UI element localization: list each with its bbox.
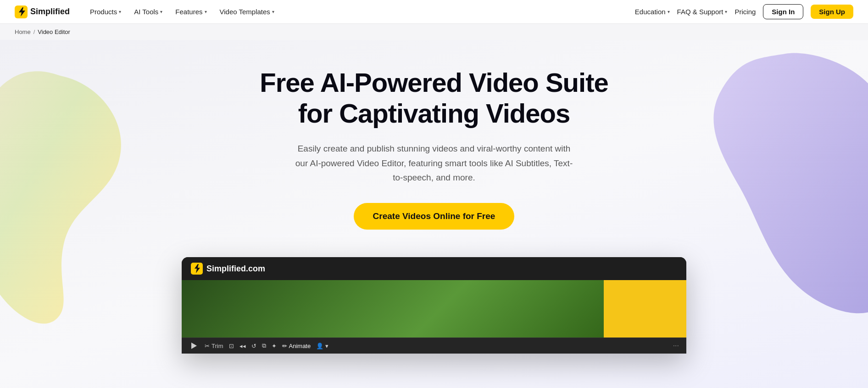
features-chevron-icon: ▾ (205, 9, 207, 14)
play-button[interactable] (189, 341, 199, 351)
logo-icon (15, 6, 28, 18)
nav-products[interactable]: Products ▾ (84, 5, 127, 18)
chevron-person-icon: ▾ (325, 343, 328, 349)
video-thumbnail (182, 280, 604, 337)
animate-icon: ✏ (282, 343, 287, 349)
breadcrumb-home[interactable]: Home (15, 28, 31, 35)
person-icon: 👤 (316, 343, 323, 349)
video-right-panel (604, 280, 686, 337)
trim-icon: ✂ (205, 343, 210, 349)
animate-button[interactable]: ✏ Animate (282, 343, 311, 349)
signin-button[interactable]: Sign In (763, 4, 803, 19)
align-button[interactable]: ✦ (272, 343, 277, 349)
nav-video-templates[interactable]: Video Templates ▾ (214, 5, 280, 18)
logo-link[interactable]: Simplified (15, 6, 70, 18)
products-chevron-icon: ▾ (119, 9, 121, 14)
more-options-button[interactable]: ··· (673, 342, 679, 350)
video-brand: Simplified.com (191, 263, 265, 275)
nav-items: Products ▾ AI Tools ▾ Features ▾ Video T… (84, 5, 635, 18)
nav-ai-tools[interactable]: AI Tools ▾ (128, 5, 168, 18)
video-templates-chevron-icon: ▾ (272, 9, 274, 14)
nav-pricing[interactable]: Pricing (734, 8, 756, 16)
video-preview: Simplified.com ✂ Trim (182, 257, 686, 354)
video-canvas (182, 280, 604, 337)
volume-button[interactable]: ◂◂ (239, 343, 246, 349)
blob-right-decoration (712, 49, 868, 315)
faq-chevron-icon: ▾ (725, 9, 727, 14)
breadcrumb-current: Video Editor (38, 28, 70, 35)
signup-button[interactable]: Sign Up (811, 5, 853, 19)
video-brand-logo-icon (191, 263, 203, 275)
nav-faq[interactable]: FAQ & Support ▾ (677, 8, 728, 16)
video-brand-name: Simplified.com (206, 264, 265, 274)
crop-icon: ⊡ (229, 343, 234, 349)
brand-name: Simplified (30, 7, 70, 17)
video-preview-topbar: Simplified.com (182, 257, 686, 280)
person-button[interactable]: 👤 ▾ (316, 343, 328, 349)
trim-button[interactable]: ✂ Trim (205, 343, 223, 349)
video-toolbar: ✂ Trim ⊡ ◂◂ ↺ ⧉ ✦ (182, 337, 686, 354)
layers-icon: ⧉ (262, 342, 266, 349)
cta-button[interactable]: Create Videos Online for Free (354, 203, 515, 230)
hero-title: Free AI-Powered Video Suite for Captivat… (246, 67, 622, 129)
education-chevron-icon: ▾ (668, 9, 670, 14)
hero-subtitle: Easily create and publish stunning video… (292, 141, 576, 185)
nav-right: Education ▾ FAQ & Support ▾ Pricing Sign… (635, 4, 853, 19)
hero-section: Free AI-Powered Video Suite for Captivat… (0, 40, 868, 388)
video-main-area (182, 280, 686, 337)
hero-content: Free AI-Powered Video Suite for Captivat… (246, 67, 622, 257)
ai-tools-chevron-icon: ▾ (160, 9, 162, 14)
nav-education[interactable]: Education ▾ (635, 8, 670, 16)
blob-left-decoration (0, 67, 128, 325)
breadcrumb: Home / Video Editor (0, 24, 868, 40)
layers-button[interactable]: ⧉ (262, 342, 266, 349)
align-icon: ✦ (272, 343, 277, 349)
crop-button[interactable]: ⊡ (229, 343, 234, 349)
volume-icon: ◂◂ (239, 343, 246, 349)
breadcrumb-separator: / (33, 28, 35, 35)
play-icon (191, 343, 197, 349)
nav-features[interactable]: Features ▾ (170, 5, 212, 18)
rotate-icon: ↺ (251, 343, 256, 349)
rotate-button[interactable]: ↺ (251, 343, 256, 349)
navbar: Simplified Products ▾ AI Tools ▾ Feature… (0, 0, 868, 24)
